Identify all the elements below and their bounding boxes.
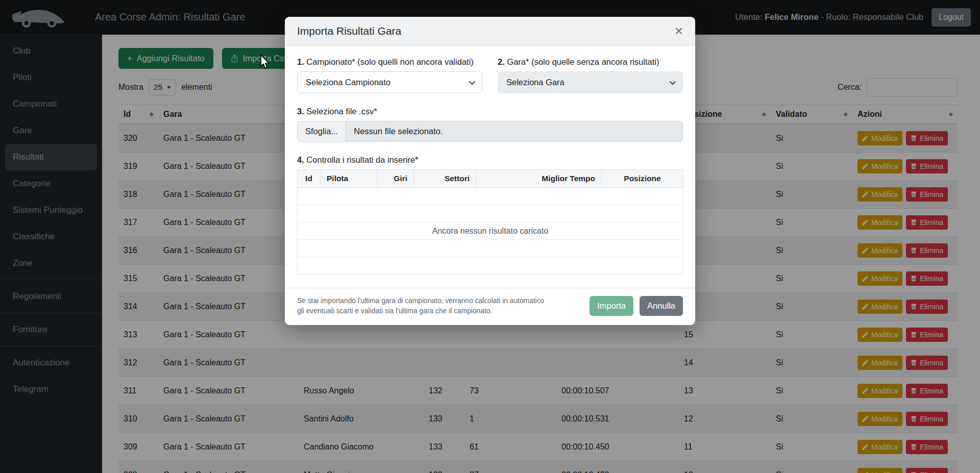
preview-column-posizione: Posizione [602, 170, 683, 188]
gara-select[interactable]: Seleziona Gara [498, 71, 683, 93]
preview-empty-row [298, 205, 683, 222]
import-preview-table: Id Pilota Giri Settori Miglior Tempo Pos… [297, 169, 683, 275]
annulla-button[interactable]: Annulla [640, 296, 683, 316]
preview-empty-row [298, 240, 683, 257]
importa-button[interactable]: Importa [590, 296, 633, 316]
import-preview-body: Ancora nessun risultato caricato [298, 188, 683, 275]
preview-empty-row [298, 188, 683, 205]
import-note: Se stai importando l'ultima gara di camp… [297, 296, 582, 316]
preview-column-pilota: Pilota [321, 170, 377, 188]
gara-label: 2. Gara* (solo quelle senza ancora risul… [498, 57, 683, 67]
modal-title: Importa Risultati Gara [297, 25, 401, 37]
file-label: 3. Seleziona file .csv* [297, 107, 683, 116]
empty-results-message: Ancora nessun risultato caricato [298, 222, 683, 240]
check-results-label: 4. Controlla i risultati da inserire* [297, 155, 683, 165]
mouse-cursor [259, 54, 271, 69]
file-placeholder: Nessun file selezionato. [346, 121, 450, 141]
campionato-select[interactable]: Seleziona Campionato [297, 71, 482, 93]
campionato-label: 1. Campionato* (solo quelli non ancora v… [297, 57, 482, 67]
preview-empty-row: Ancora nessun risultato caricato [298, 222, 683, 240]
import-modal: Importa Risultati Gara × 1. Campionato* … [285, 17, 695, 325]
preview-column-giri: Giri [377, 170, 414, 188]
chevron-down-icon [670, 79, 676, 85]
preview-column-id: Id [298, 170, 321, 188]
preview-column-settori: Settori [414, 170, 476, 188]
chevron-down-icon [469, 79, 476, 85]
browse-button[interactable]: Sfoglia... [298, 121, 346, 141]
close-icon[interactable]: × [675, 26, 683, 36]
file-input[interactable]: Sfoglia... Nessun file selezionato. [297, 121, 683, 142]
app-root: Area Corse Admin: Risultati Gare Utente:… [0, 0, 980, 473]
preview-empty-row [298, 257, 683, 275]
preview-column-miglior-tempo: Miglior Tempo [476, 170, 602, 188]
